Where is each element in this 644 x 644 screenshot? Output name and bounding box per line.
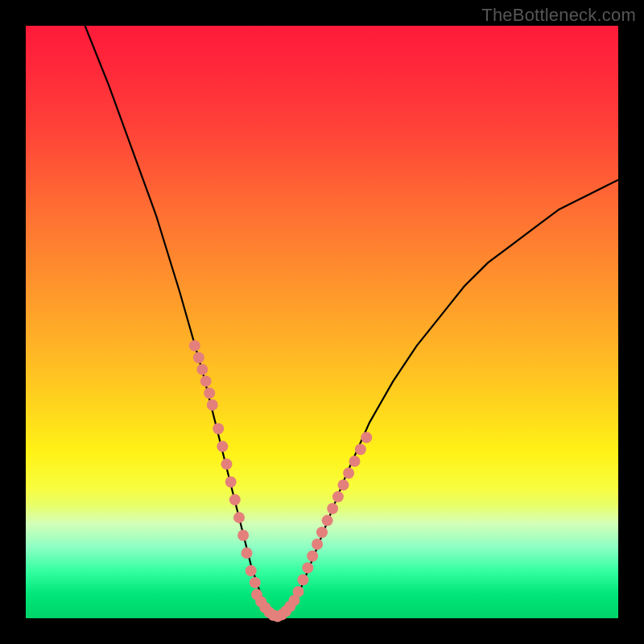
dot xyxy=(343,468,354,479)
dot xyxy=(242,547,253,559)
dot xyxy=(307,551,318,562)
dot xyxy=(349,456,361,467)
dot xyxy=(316,526,328,538)
dot xyxy=(338,479,349,490)
dot xyxy=(204,387,215,398)
dot xyxy=(355,444,366,455)
dot xyxy=(332,491,344,502)
dot xyxy=(322,515,333,526)
watermark-text: TheBottleneck.com xyxy=(481,5,636,26)
dot xyxy=(246,565,257,576)
dot xyxy=(196,364,208,375)
dot xyxy=(302,562,313,573)
dot xyxy=(225,477,237,488)
dot xyxy=(293,586,304,597)
data-dots xyxy=(189,340,372,621)
dot xyxy=(207,399,218,411)
dot xyxy=(312,539,323,550)
bottleneck-curve xyxy=(85,26,618,618)
chart-frame: TheBottleneck.com xyxy=(0,0,644,644)
dot xyxy=(327,503,338,514)
dot xyxy=(237,530,249,541)
dot xyxy=(217,441,228,452)
curve-svg xyxy=(26,26,618,618)
dot xyxy=(200,376,212,387)
dot xyxy=(361,432,372,444)
dot xyxy=(250,577,261,588)
dot xyxy=(229,494,241,506)
dot xyxy=(213,423,224,435)
dot xyxy=(221,459,233,470)
plot-area xyxy=(26,26,618,618)
dot xyxy=(189,340,200,351)
dot xyxy=(233,512,245,523)
dot xyxy=(297,574,308,585)
dot xyxy=(193,352,204,363)
